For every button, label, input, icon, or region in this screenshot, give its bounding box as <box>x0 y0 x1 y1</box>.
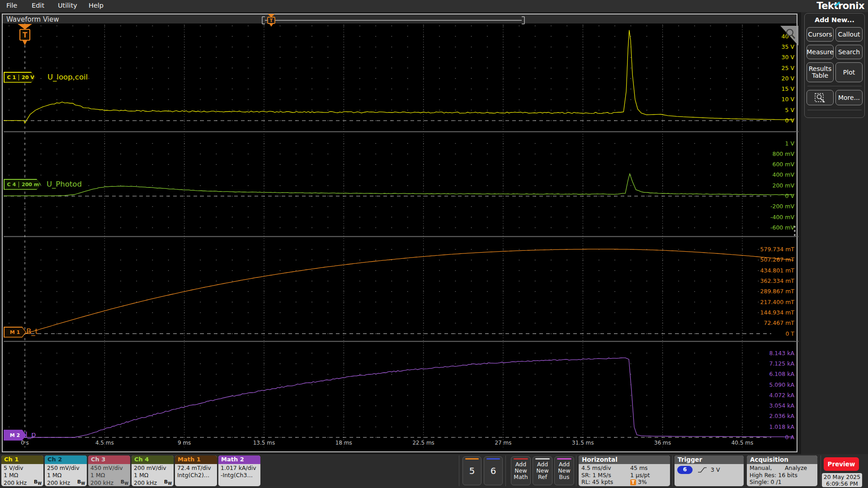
math1-waveform-label[interactable]: B_t <box>26 327 38 336</box>
math1-badge[interactable]: M 1 <box>4 327 26 338</box>
ch4-badge[interactable]: C 4 200 mV <box>4 179 41 190</box>
channel-badge-header: Math 2 <box>218 455 260 464</box>
ch1-badge[interactable]: C 1 20 V <box>4 72 35 83</box>
ch1-waveform-label[interactable]: U_loop,coil <box>47 73 88 81</box>
trigger-source-badge: 6 <box>677 466 693 474</box>
menu-utility[interactable]: Utility <box>58 2 77 9</box>
channel-scale: 250 mV/div <box>47 465 85 472</box>
trigger-position-pin-icon[interactable]: T <box>268 14 275 27</box>
scope-button-6[interactable]: 6 <box>484 456 503 485</box>
oscilloscope-screen: File Edit Utility Help Tektronix Wavefor… <box>0 0 868 488</box>
ch1-badge-id: C 1 <box>5 75 19 80</box>
scope-button-5[interactable]: 5 <box>462 456 481 485</box>
datetime-display: 20 May 2025 6:09:56 PM <box>822 473 862 487</box>
preview-button[interactable]: Preview <box>824 457 859 471</box>
menu-help[interactable]: Help <box>89 2 104 9</box>
divider <box>459 455 459 486</box>
trigger-panel-title: Trigger <box>675 455 744 464</box>
zoom-select-icon <box>813 92 827 103</box>
rising-edge-icon <box>697 466 707 474</box>
channel-bandwidth: 200 kHz <box>134 479 157 486</box>
measure-button[interactable]: Measure <box>807 45 834 59</box>
more-button[interactable]: More... <box>835 90 863 105</box>
math1-badge-id: M 1 <box>7 329 23 335</box>
bottom-settings-bar: Ch 15 V/div1 MΩ200 kHzBWCh 2250 mV/div1 … <box>0 454 868 488</box>
acquisition-analyze: Analyze <box>785 465 807 472</box>
channel-impedance: 1 MΩ <box>4 472 42 479</box>
cursors-button[interactable]: Cursors <box>807 27 834 42</box>
channel-badge-header: Math 1 <box>175 455 217 464</box>
channel-badge-math2[interactable]: Math 21.017 kA/div-Intg(Ch3… <box>218 455 260 486</box>
bandwidth-limit-icon: BW <box>34 479 42 486</box>
channel-badge-header: Ch 3 <box>88 455 130 464</box>
acquisition-resolution: High Res: 16 bits <box>750 472 815 479</box>
zoom-select-button[interactable] <box>807 90 834 105</box>
math2-waveform-label[interactable]: I_p <box>25 430 36 439</box>
record-left-bracket <box>262 17 265 24</box>
channel-badge-math1[interactable]: Math 172.4 mT/divIntg(Ch2)… <box>175 455 217 486</box>
math2-badge[interactable]: M 2 <box>4 430 26 441</box>
add-new-ref-button[interactable]: Add New Ref <box>533 456 552 485</box>
channel-badge-ch1[interactable]: Ch 15 V/div1 MΩ200 kHzBW <box>1 455 43 486</box>
menu-bar: File Edit Utility Help Tektronix <box>0 0 868 12</box>
channel-bandwidth: 200 kHz <box>47 479 70 486</box>
waveform-view-window[interactable]: Waveform View <box>2 14 797 452</box>
plot-button[interactable]: Plot <box>835 62 863 82</box>
channel-impedance: -Intg(Ch3… <box>221 472 259 479</box>
callout-button[interactable]: Callout <box>835 27 863 42</box>
channel-scale: 72.4 mT/div <box>177 465 215 472</box>
acquisition-mode: Manual, <box>750 465 785 472</box>
add-new-bus-button[interactable]: Add New Bus <box>554 456 574 485</box>
channel-badge-header: Ch 2 <box>45 455 87 464</box>
divider <box>821 455 821 486</box>
sample-interval: 1 µs/pt <box>630 472 650 479</box>
color-stripe <box>535 458 550 460</box>
channel-badge-header: Ch 1 <box>1 455 43 464</box>
color-stripe <box>514 458 528 460</box>
trigger-level: 3 V <box>711 466 720 474</box>
sample-rate: SR: 1 MS/s <box>581 472 630 479</box>
svg-text:T: T <box>23 31 28 39</box>
horizontal-window: 45 ms <box>630 465 648 472</box>
horizontal-scale: 4.5 ms/div <box>581 465 630 472</box>
trigger-flag-icon[interactable]: T <box>18 23 33 47</box>
channel-scale: 200 mV/div <box>134 465 172 472</box>
trigger-panel[interactable]: Trigger 6 3 V <box>675 455 744 486</box>
trigger-position-icon: T <box>630 479 636 485</box>
channel-badge-ch2[interactable]: Ch 2250 mV/div1 MΩ200 kHzBW <box>45 455 87 486</box>
splitter-handle[interactable] <box>794 224 796 238</box>
add-new-title: Add New... <box>807 16 863 23</box>
menu-file[interactable]: File <box>6 2 17 9</box>
divider <box>505 455 506 486</box>
channel-impedance: Intg(Ch2)… <box>177 472 215 479</box>
ch4-waveform-label[interactable]: U_Photod <box>47 180 82 188</box>
trigger-position-percent: 3% <box>638 479 647 485</box>
channel-impedance: 1 MΩ <box>134 472 172 479</box>
color-stripe <box>465 458 479 460</box>
svg-text:T: T <box>270 18 273 23</box>
channel-badge-ch4[interactable]: Ch 4200 mV/div1 MΩ200 kHzBW <box>132 455 174 486</box>
color-stripe <box>557 458 571 460</box>
bandwidth-limit-icon: BW <box>121 479 128 486</box>
acquisition-single: Single: 0 /1 <box>750 479 815 486</box>
horizontal-panel[interactable]: Horizontal 4.5 ms/div45 ms SR: 1 MS/s1 µ… <box>579 455 670 486</box>
zoom-overview-icon[interactable] <box>780 26 798 46</box>
math2-badge-id: M 2 <box>7 432 23 438</box>
tektronix-logo: Tektronix <box>816 0 864 11</box>
channel-bandwidth: 200 kHz <box>90 479 113 486</box>
record-view-bar[interactable]: T <box>259 13 530 28</box>
menu-edit[interactable]: Edit <box>32 2 44 9</box>
channel-badge-ch3[interactable]: Ch 3450 mV/div1 MΩ200 kHzBW <box>88 455 130 486</box>
ch4-badge-id: C 4 <box>5 182 19 188</box>
divider <box>807 86 862 86</box>
divider <box>576 455 576 486</box>
channel-impedance: 1 MΩ <box>90 472 128 479</box>
results-table-button[interactable]: Results Table <box>807 62 834 82</box>
channel-scale: 5 V/div <box>4 465 42 472</box>
acquisition-panel[interactable]: Acquisition Manual,Analyze High Res: 16 … <box>747 455 817 486</box>
search-button[interactable]: Search <box>835 45 863 59</box>
add-new-math-button[interactable]: Add New Math <box>511 456 531 485</box>
channel-bandwidth: 200 kHz <box>4 479 27 486</box>
add-new-panel: Add New... Cursors Callout Measure Searc… <box>804 13 865 118</box>
channel-scale: 450 mV/div <box>90 465 128 472</box>
